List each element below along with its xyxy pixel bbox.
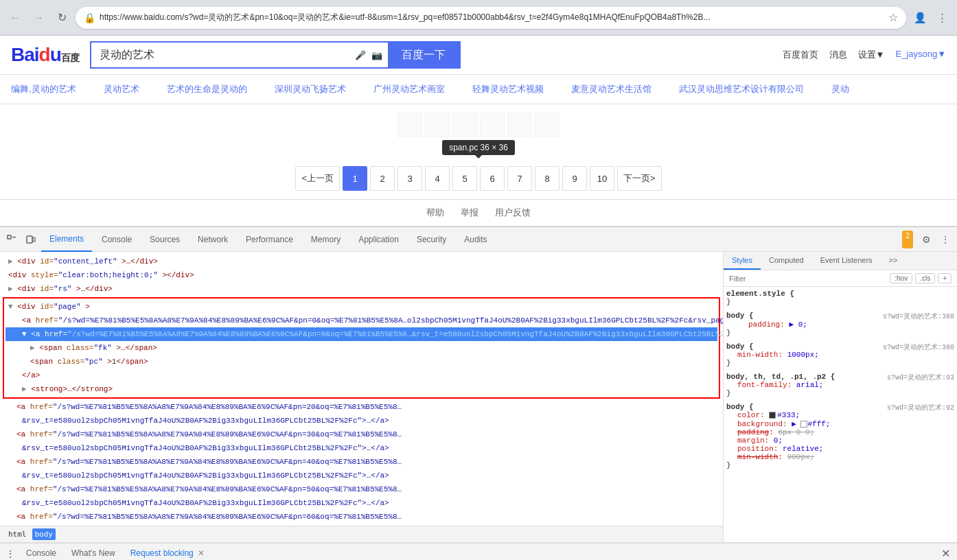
search-icons: 🎤 📷 [349,50,388,60]
devtools-more-button[interactable]: ⋮ [936,231,954,248]
user-info[interactable]: E_jaysong▼ [895,49,946,61]
tree-line[interactable]: <a href="/s?wd=%E7%81%B5%E5%8A%A8%E7%9A%… [0,455,723,469]
tree-line[interactable]: </a> [5,369,717,382]
tab-console[interactable]: Console [93,227,140,252]
forward-button[interactable]: → [29,8,48,27]
suggestion-4[interactable]: 深圳灵动飞扬艺术 [275,83,346,95]
bottom-tab-request-blocking[interactable]: Request blocking ✕ [124,544,211,561]
bookmark-icon[interactable]: ☆ [888,11,898,24]
footer-help[interactable]: 帮助 [426,207,444,219]
tab-elements[interactable]: Elements [41,227,92,252]
suggestion-5[interactable]: 广州灵动艺术画室 [373,83,445,95]
devtools-toolbar: Elements Console Sources Network Perform… [0,227,957,252]
tree-line-selected[interactable]: ▼ <a href="/s?wd=%E7%81%B5%E5%8A%A8%E7%9… [5,327,717,341]
close-request-blocking-icon[interactable]: ✕ [198,548,205,558]
menu-button[interactable]: ⋮ [932,8,952,27]
camera-icon[interactable]: 📷 [371,50,382,60]
expand-icon[interactable]: ▶ [8,257,13,266]
devtools-menu: 2 ⚙ ⋮ [902,231,954,248]
devtools-settings-button[interactable]: ⚙ [917,231,935,248]
bottom-tab-whatsnew[interactable]: What's New [65,544,122,561]
tree-line[interactable]: <a href="/s?wd=%E7%81%B5%E5%8A%A8%E7%9A%… [5,314,717,327]
tree-line[interactable]: <div style="clear:both;height:0;" ></div… [0,268,723,282]
tree-line[interactable]: &rsv_t=e580uol2sbpCh05M1vngTfaJ4oU%2B0AF… [0,441,723,455]
page-1[interactable]: 1 [343,166,367,191]
style-rule: element.style { } [726,290,954,306]
url-input[interactable] [100,13,884,23]
mic-icon[interactable]: 🎤 [355,50,366,60]
page-7[interactable]: 7 [507,166,532,191]
suggestion-9[interactable]: 灵动 [831,83,849,95]
drawer-close-button[interactable]: ✕ [936,545,954,561]
tab-event-listeners[interactable]: Event Listeners [812,252,881,270]
page-6[interactable]: 6 [480,166,505,191]
tab-styles[interactable]: Styles [724,252,761,270]
tree-line[interactable]: ▶ <span class="fk" >…</span> [5,341,717,355]
suggestion-2[interactable]: 灵动艺术 [104,83,139,95]
tree-line[interactable]: ▶ <div id="content_left" >…</div> [0,255,723,268]
page-2[interactable]: 2 [370,166,395,191]
drawer-actions: ✕ [936,545,954,561]
tree-line[interactable]: <a href="/s?wd=%E7%81%B5%E5%8A%A8%E7%9A%… [0,510,723,524]
reload-button[interactable]: ↻ [52,8,71,27]
suggestion-3[interactable]: 艺术的生命是灵动的 [167,83,247,95]
device-toggle-button[interactable] [22,231,40,248]
search-box[interactable]: 🎤 📷 百度一下 [90,41,461,69]
top-nav-settings[interactable]: 设置▼ [858,49,885,61]
top-nav-msg[interactable]: 消息 [829,49,847,61]
tree-line[interactable]: &rsv_t=e580uol2sbpCh05M1vngTfaJ4oU%2B0AF… [0,469,723,482]
tree-line[interactable]: <a href="/s?wd=%E7%81%B5%E5%8A%A8%E7%9A%… [0,428,723,441]
expand-icon[interactable]: ▶ [8,285,13,293]
baidu-logo: Baidu百度 [11,44,79,66]
filter-hov[interactable]: :hov [890,273,912,283]
suggestion-7[interactable]: 麦意灵动艺术生活馆 [571,83,652,95]
search-input[interactable] [91,43,349,67]
page-3[interactable]: 3 [397,166,422,191]
account-button[interactable]: 👤 [910,8,930,27]
page-10[interactable]: 10 [590,166,614,191]
back-button[interactable]: ← [5,8,25,27]
tree-line[interactable]: <a href="/s?wd=%E7%81%B5%E5%8A%A8%E7%9A%… [0,400,723,414]
tab-sources[interactable]: Sources [141,227,188,252]
page-4[interactable]: 4 [425,166,450,191]
tree-line[interactable]: <span class="pc" >1</span> [5,355,717,369]
footer-feedback[interactable]: 用户反馈 [495,207,531,219]
tree-line[interactable]: ▶ <div id="rs" >…</div> [0,282,723,296]
tree-line[interactable]: <a href="/s?wd=%E7%81%B5%E5%8A%A8%E7%9A%… [0,482,723,496]
page-5[interactable]: 5 [452,166,477,191]
tab-security[interactable]: Security [408,227,454,252]
filter-cls[interactable]: .cls [915,273,935,283]
page-8[interactable]: 8 [535,166,560,191]
suggestion-6[interactable]: 轻舞灵动艺术视频 [472,83,544,95]
bottom-tab-console[interactable]: Console [19,544,63,561]
breadcrumb-html[interactable]: html [5,528,30,540]
suggestion-8[interactable]: 武汉灵动思维艺术设计有限公司 [679,83,804,95]
drawer-dots-button[interactable]: ⋮ [3,548,18,559]
tab-network[interactable]: Network [189,227,236,252]
tree-line[interactable]: ▼ <div id="page" > [5,300,717,314]
page-prev[interactable]: <上一页 [295,166,340,191]
tab-audits[interactable]: Audits [456,227,495,252]
tree-line[interactable]: ▶ <strong>…</strong> [5,382,717,396]
suggestion-1[interactable]: 编舞,灵动的艺术 [11,83,76,95]
tab-performance[interactable]: Performance [238,227,301,252]
tab-more[interactable]: >> [881,252,906,270]
footer-report[interactable]: 举报 [461,207,478,219]
breadcrumb-body[interactable]: body [32,528,56,540]
elements-tree[interactable]: ▶ <div id="content_left" >…</div> <div s… [0,252,723,526]
filter-add[interactable]: + [938,273,952,283]
page-next[interactable]: 下一页> [617,166,662,191]
expand-icon[interactable]: ▼ [8,303,13,311]
tree-line[interactable]: &rsv_t=e580uol2sbpCh05M1vngTfaJ4oU%2B0AF… [0,414,723,428]
search-button[interactable]: 百度一下 [388,41,459,69]
top-nav-home[interactable]: 百度首页 [783,49,818,61]
tab-computed[interactable]: Computed [761,252,812,270]
address-bar[interactable]: 🔒 ☆ [76,7,906,29]
tree-line[interactable]: &rsv_t=e580uol2sbpCh05M1vngTfaJ4oU%2B0AF… [0,496,723,510]
devtools-breadcrumb: html body [0,526,723,542]
styles-filter-input[interactable] [729,275,887,283]
tab-memory[interactable]: Memory [303,227,349,252]
tab-application[interactable]: Application [350,227,407,252]
element-picker-button[interactable] [3,231,21,248]
page-9[interactable]: 9 [562,166,587,191]
